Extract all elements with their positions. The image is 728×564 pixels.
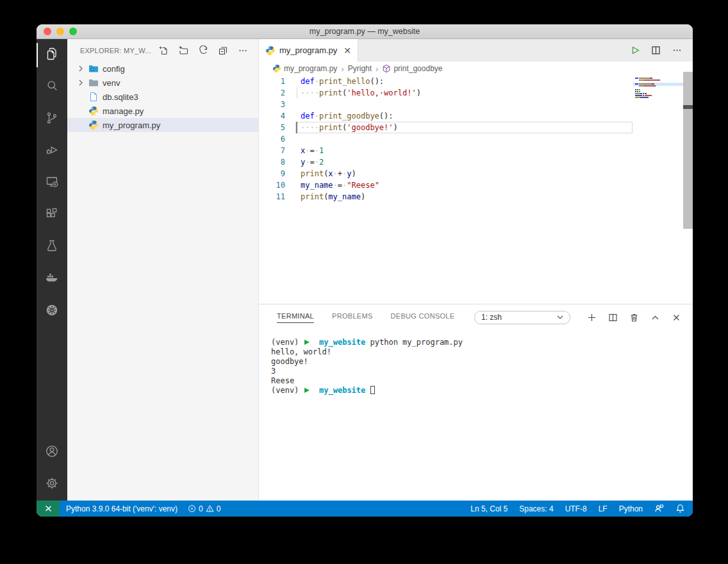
code-editor[interactable]: 1def·print_hello():2····print('hello,·wo… [259, 76, 693, 304]
code-line-3: 3 [259, 99, 693, 110]
feedback-icon [654, 504, 664, 513]
accounts-button[interactable] [37, 436, 67, 469]
remote-explorer-icon [44, 174, 60, 192]
terminal-panel: TERMINALPROBLEMSDEBUG CONSOLE 1: zsh [259, 304, 693, 501]
file-tree-item-my_program.py[interactable]: my_program.py [67, 118, 258, 132]
tab-label: my_program.py [279, 46, 337, 55]
window-title: my_program.py — my_website [37, 27, 693, 36]
refresh-explorer-button[interactable] [198, 46, 208, 56]
close-tab-icon[interactable]: ✕ [343, 46, 351, 55]
line-number[interactable]: 8 [259, 156, 285, 168]
editor-actions [629, 39, 693, 62]
collapse-folders-button[interactable] [218, 46, 228, 56]
sidebar-item-extensions[interactable] [37, 199, 67, 231]
line-number[interactable]: 4 [259, 110, 285, 122]
terminal-line: Reese [271, 376, 693, 386]
line-number[interactable]: 6 [259, 133, 285, 145]
file-name: manage.py [103, 106, 144, 116]
split-terminal-button[interactable] [608, 313, 618, 322]
line-number[interactable]: 2 [259, 87, 285, 99]
line-number[interactable]: 5 [259, 122, 285, 133]
python-file-icon [265, 46, 276, 56]
file-tree: configvenvdb.sqlite3manage.pymy_program.… [67, 62, 258, 132]
prompt-arrow-icon [304, 340, 310, 345]
line-number[interactable]: 3 [259, 99, 285, 110]
editor-group: my_program.py ✕ my_program.py›Pyright›pr… [259, 39, 693, 501]
file-tree-item-db.sqlite3[interactable]: db.sqlite3 [67, 90, 258, 104]
editor-scrollbar[interactable] [683, 72, 693, 229]
code-line-4: 4def·print_goodbye(): [259, 110, 693, 122]
maximize-panel-button[interactable] [650, 313, 660, 322]
new-terminal-button[interactable] [587, 313, 597, 322]
new-folder-button[interactable] [178, 46, 188, 56]
panel-tab-terminal[interactable]: TERMINAL [277, 312, 314, 323]
file-tree-item-manage.py[interactable]: manage.py [67, 104, 258, 118]
minimap[interactable] [633, 76, 683, 304]
kill-terminal-button[interactable] [629, 313, 639, 322]
terminal-selector-dropdown[interactable]: 1: zsh [474, 311, 570, 324]
code-lines: 1def·print_hello():2····print('hello,·wo… [259, 76, 693, 203]
close-panel-button[interactable] [672, 313, 681, 322]
sidebar-item-docker[interactable] [37, 263, 67, 295]
status-encoding[interactable]: UTF-8 [565, 504, 587, 513]
prompt-arrow-icon [304, 388, 310, 393]
sidebar-item-remote-explorer[interactable] [37, 167, 67, 199]
scrollbar-thumb[interactable] [683, 105, 693, 109]
more-actions-button[interactable] [238, 46, 248, 56]
status-language-mode[interactable]: Python [619, 504, 643, 513]
manage-settings-button[interactable] [37, 469, 67, 501]
notifications-button[interactable] [675, 504, 685, 513]
breadcrumb-item-my_program.py[interactable]: my_program.py [272, 64, 337, 73]
tab-my-program-py[interactable]: my_program.py ✕ [259, 39, 358, 62]
explorer-title: EXPLORER: MY_W... [80, 47, 151, 54]
line-number[interactable]: 1 [259, 76, 285, 87]
line-number[interactable]: 7 [259, 145, 285, 156]
sidebar-item-source-control[interactable] [37, 103, 67, 135]
sidebar-item-run-and-debug[interactable] [37, 135, 67, 167]
breadcrumb-item-Pyright[interactable]: Pyright [348, 64, 372, 73]
chevron-right-icon [76, 78, 86, 88]
terminal-line: goodbye! [271, 357, 693, 367]
status-eol[interactable]: LF [599, 504, 608, 513]
status-cursor-position[interactable]: Ln 5, Col 5 [470, 504, 508, 513]
code-line-6: 6 [259, 133, 693, 145]
file-name: my_program.py [103, 120, 160, 130]
sidebar-item-kubernetes[interactable] [37, 295, 67, 328]
remote-indicator[interactable] [37, 501, 60, 517]
panel-tab-problems[interactable]: PROBLEMS [332, 312, 373, 323]
source-control-icon [44, 110, 60, 128]
sidebar-item-testing[interactable] [37, 231, 67, 263]
breadcrumb-item-print_goodbye[interactable]: print_goodbye [382, 64, 442, 73]
file-tree-item-venv[interactable]: venv [67, 76, 258, 90]
code-line-10: 10my_name·=·"Reese" [259, 179, 693, 191]
sidebar-item-search[interactable] [37, 71, 67, 103]
line-number[interactable]: 11 [259, 191, 285, 203]
panel-tab-debug-console[interactable]: DEBUG CONSOLE [391, 312, 455, 323]
line-number[interactable]: 10 [259, 179, 285, 191]
activity-bar-bottom [37, 436, 67, 501]
terminal-line: 3 [271, 367, 693, 376]
code-line-9: 9print(x·+·y) [259, 168, 693, 179]
activity-bar-top [37, 39, 67, 436]
run-and-debug-icon [44, 142, 60, 160]
file-icon [88, 92, 99, 102]
line-number[interactable]: 9 [259, 168, 285, 179]
explorer-icon [44, 46, 60, 64]
minimap-rows [633, 76, 683, 98]
run-python-file-button[interactable] [629, 45, 640, 56]
explorer-actions [158, 46, 248, 56]
split-editor-button[interactable] [650, 45, 661, 56]
file-tree-item-config[interactable]: config [67, 62, 258, 76]
breadcrumb-separator: › [341, 64, 343, 74]
sidebar-item-explorer[interactable] [37, 39, 67, 71]
status-indentation[interactable]: Spaces: 4 [519, 504, 553, 513]
remote-icon [44, 504, 53, 513]
terminal-output[interactable]: (venv) my_website python my_program.pyhe… [259, 330, 693, 501]
file-name: db.sqlite3 [103, 92, 138, 102]
status-python-interpreter[interactable]: Python 3.9.0 64-bit ('venv': venv) [66, 504, 178, 513]
title-bar[interactable]: my_program.py — my_website [37, 24, 693, 39]
problems-status[interactable]: 00 [188, 504, 220, 513]
new-file-button[interactable] [158, 46, 169, 56]
more-editor-actions-button[interactable] [672, 45, 682, 56]
feedback-button[interactable] [654, 504, 664, 513]
